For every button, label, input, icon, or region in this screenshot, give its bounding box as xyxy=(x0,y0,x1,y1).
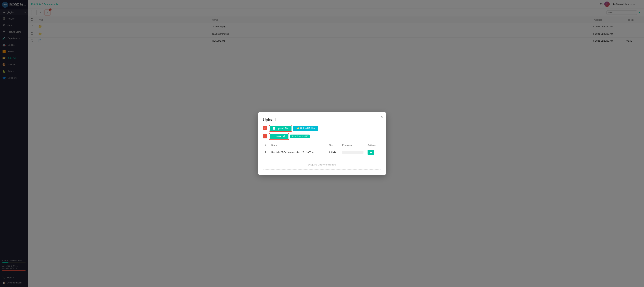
table-row: 1 RedshiftJDBC42-no-awssdk-1.2.51.1078.j… xyxy=(263,148,381,157)
col-settings: Settings xyxy=(366,142,381,148)
modal-close-button[interactable]: × xyxy=(381,115,383,118)
upload-btn-row: 2 📄 Upload File 📁 Upload Folder xyxy=(263,126,381,131)
file-progress xyxy=(340,148,366,157)
col-size: Size xyxy=(327,142,340,148)
upload-all-button[interactable]: ↑ Upload all xyxy=(270,134,288,139)
modal-title: Upload xyxy=(263,118,381,122)
upload-modal: × Upload 2 📄 Upload File 📁 Upload Folder… xyxy=(258,112,386,174)
step2-badge: 2 xyxy=(263,126,267,130)
step3-badge: 3 xyxy=(263,134,267,138)
col-progress: Progress xyxy=(340,142,366,148)
total-size-badge: Total Size: 1.3 MB xyxy=(290,134,310,138)
upload-folder-label: Upload Folder xyxy=(300,127,315,130)
file-name: RedshiftJDBC42-no-awssdk-1.2.51.1078.jar xyxy=(269,148,327,157)
file-size: 1.3 MB xyxy=(327,148,340,157)
upload-all-label: Upload all xyxy=(275,135,286,138)
main-content: DataSets / Resources ↻ ✉ JL jim@logicalc… xyxy=(28,0,644,287)
play-button[interactable]: ▶ xyxy=(368,150,374,155)
upload-all-icon: ↑ xyxy=(273,135,274,138)
file-settings: ▶ xyxy=(366,148,381,157)
upload-all-row: 3 ↑ Upload all Total Size: 1.3 MB xyxy=(263,134,381,139)
upload-folder-icon: 📁 xyxy=(296,127,299,130)
upload-file-label: Upload File xyxy=(277,127,289,130)
files-table: # Name Size Progress Settings 1 Redshift… xyxy=(263,142,381,156)
drag-drop-text: Drag And Drop your file here xyxy=(308,164,336,166)
progress-track xyxy=(342,151,364,154)
col-name: Name xyxy=(269,142,327,148)
upload-folder-button[interactable]: 📁 Upload Folder xyxy=(293,126,318,131)
file-num: 1 xyxy=(263,148,269,157)
col-num: # xyxy=(263,142,269,148)
modal-overlay[interactable]: × Upload 2 📄 Upload File 📁 Upload Folder… xyxy=(0,0,644,287)
upload-file-icon: 📄 xyxy=(273,127,276,130)
drag-drop-area[interactable]: Drag And Drop your file here xyxy=(263,160,381,170)
upload-file-button[interactable]: 📄 Upload File xyxy=(270,126,292,131)
